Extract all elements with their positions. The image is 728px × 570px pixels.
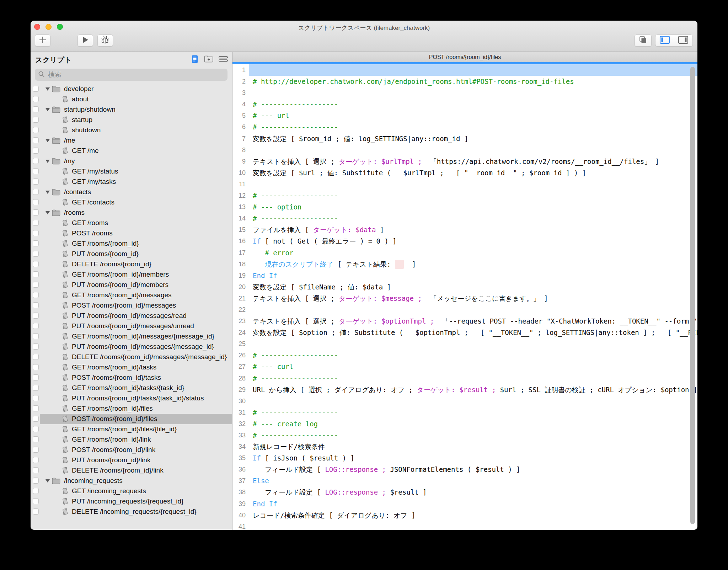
- checkbox[interactable]: [33, 374, 39, 380]
- disclosure-triangle-icon[interactable]: [46, 160, 50, 163]
- code-line[interactable]: [249, 179, 697, 190]
- checkbox[interactable]: [33, 251, 39, 257]
- code-line[interactable]: # --- create log: [249, 418, 697, 430]
- code-line[interactable]: 現在のスクリプト終了 [ テキスト結果: ]: [249, 259, 697, 270]
- checkbox[interactable]: [33, 323, 39, 329]
- code-line[interactable]: ファイルを挿入 [ ターゲット: $data ]: [249, 224, 697, 235]
- code-line[interactable]: 変数を設定 [ $url ; 値: Substitute ( $urlTmpl …: [249, 167, 697, 179]
- checkbox[interactable]: [33, 364, 39, 370]
- list-options-button[interactable]: [218, 55, 229, 65]
- tree-row-folder[interactable]: /rooms: [31, 208, 232, 218]
- checkbox[interactable]: [33, 168, 39, 174]
- tree-row-script[interactable]: GET /rooms/{room_id}/tasks/{task_id}: [31, 383, 232, 393]
- tree-row-script[interactable]: GET /rooms/{room_id}/tasks: [31, 362, 232, 373]
- code-line[interactable]: End If: [249, 270, 697, 281]
- scrollbar-thumb[interactable]: [690, 67, 695, 524]
- checkbox[interactable]: [33, 354, 39, 360]
- code-line[interactable]: 変数を設定 [ $option ; 値: Substitute ( $optio…: [249, 327, 697, 338]
- tree-row-script[interactable]: DELETE /incoming_requests/{request_id}: [31, 507, 232, 517]
- checkbox[interactable]: [33, 137, 39, 143]
- tree-row-script[interactable]: about: [31, 94, 232, 105]
- tree-row-folder[interactable]: startup/shutdown: [31, 105, 232, 115]
- code-line[interactable]: [249, 64, 697, 76]
- tree-row-script[interactable]: DELETE /rooms/{room_id}: [31, 259, 232, 270]
- tree-row-script[interactable]: GET /rooms/{room_id}/messages: [31, 290, 232, 300]
- tree-row-script[interactable]: POST /rooms/{room_id}/files: [31, 414, 232, 424]
- code-line[interactable]: # --- url: [249, 110, 697, 121]
- code-line[interactable]: # --- option: [249, 201, 697, 213]
- code-line[interactable]: # -------------------: [249, 350, 697, 361]
- disclosure-triangle-icon[interactable]: [46, 139, 50, 142]
- tree-row-folder[interactable]: /incoming_requests: [31, 476, 232, 486]
- tree-row-script[interactable]: GET /me: [31, 146, 232, 156]
- checkbox[interactable]: [33, 282, 39, 288]
- tree-row-script[interactable]: DELETE /rooms/{room_id}/link: [31, 465, 232, 476]
- search-field[interactable]: [35, 69, 228, 81]
- checkbox[interactable]: [33, 426, 39, 432]
- code-line[interactable]: フィールド設定 [ LOG::response ; JSONFormatElem…: [249, 464, 697, 475]
- tree-row-script[interactable]: GET /incoming_requests: [31, 486, 232, 496]
- tree-row-script[interactable]: GET /rooms/{room_id}/files/{file_id}: [31, 424, 232, 435]
- checkbox[interactable]: [33, 498, 39, 504]
- add-script-button[interactable]: [35, 34, 50, 47]
- code-line[interactable]: [249, 144, 697, 156]
- code-line[interactable]: If [ not ( Get ( 最終エラー ) = 0 ) ]: [249, 235, 697, 247]
- tree-row-script[interactable]: GET /rooms/{room_id}/link: [31, 435, 232, 445]
- tree-row-script[interactable]: PUT /rooms/{room_id}/link: [31, 455, 232, 465]
- checkbox[interactable]: [33, 199, 39, 205]
- search-input[interactable]: [47, 70, 224, 79]
- tree-row-script[interactable]: shutdown: [31, 125, 232, 135]
- disclosure-triangle-icon[interactable]: [46, 191, 50, 194]
- tree-row-script[interactable]: POST /rooms/{room_id}/tasks: [31, 373, 232, 383]
- toggle-right-panel-button[interactable]: [674, 35, 693, 46]
- checkbox[interactable]: [33, 467, 39, 473]
- code-line[interactable]: 新規レコード/検索条件: [249, 441, 697, 452]
- tree-row-script[interactable]: DELETE /rooms/{room_id}/messages/{messag…: [31, 352, 232, 362]
- checkbox[interactable]: [33, 405, 39, 411]
- debug-script-button[interactable]: [97, 34, 113, 47]
- checkbox[interactable]: [33, 117, 39, 123]
- checkbox[interactable]: [33, 106, 39, 112]
- disclosure-triangle-icon[interactable]: [46, 108, 50, 111]
- checkbox[interactable]: [33, 271, 39, 277]
- checkbox[interactable]: [33, 220, 39, 226]
- tree-row-folder[interactable]: /me: [31, 135, 232, 146]
- tree-row-script[interactable]: PUT /incoming_requests/{request_id}: [31, 496, 232, 507]
- tree-row-script[interactable]: PUT /rooms/{room_id}/messages/unread: [31, 321, 232, 331]
- code-line[interactable]: # -------------------: [249, 373, 697, 384]
- checkbox[interactable]: [33, 209, 39, 215]
- new-folder-button[interactable]: [203, 55, 214, 65]
- code-line[interactable]: # -------------------: [249, 213, 697, 224]
- editor-scrollbar[interactable]: [690, 66, 696, 526]
- checkbox[interactable]: [33, 86, 39, 92]
- checkbox[interactable]: [33, 447, 39, 453]
- checkbox[interactable]: [33, 333, 39, 339]
- code-line[interactable]: [249, 395, 697, 407]
- tree-row-script[interactable]: startup: [31, 115, 232, 125]
- code-line[interactable]: If [ isJson ( $result ) ]: [249, 452, 697, 464]
- tree-row-folder[interactable]: /contacts: [31, 187, 232, 197]
- checkbox[interactable]: [33, 488, 39, 494]
- tree-row-script[interactable]: PUT /rooms/{room_id}: [31, 249, 232, 259]
- tree-row-script[interactable]: POST /rooms: [31, 228, 232, 239]
- code-line[interactable]: テキストを挿入 [ 選択 ; ターゲット: $message ; 「メッセージを…: [249, 293, 697, 304]
- new-script-button[interactable]: [189, 55, 200, 65]
- code-line[interactable]: # -------------------: [249, 407, 697, 418]
- disclosure-triangle-icon[interactable]: [46, 479, 50, 483]
- code-line[interactable]: [249, 338, 697, 350]
- tree-row-script[interactable]: GET /my/tasks: [31, 177, 232, 187]
- code-line[interactable]: # -------------------: [249, 430, 697, 441]
- code-line[interactable]: 変数を設定 [ $fileName ; 値: $data ]: [249, 281, 697, 293]
- code-line[interactable]: # http://developer.chatwork.com/ja/endpo…: [249, 76, 697, 87]
- code-line[interactable]: # error: [249, 247, 697, 259]
- tree-row-script[interactable]: POST /rooms/{room_id}/link: [31, 445, 232, 455]
- code-line[interactable]: フィールド設定 [ LOG::response ; $result ]: [249, 486, 697, 498]
- code-line[interactable]: # -------------------: [249, 190, 697, 201]
- duplicate-button[interactable]: [635, 34, 652, 47]
- tree-row-script[interactable]: GET /rooms: [31, 218, 232, 228]
- tree-row-script[interactable]: GET /rooms/{room_id}: [31, 239, 232, 249]
- checkbox[interactable]: [33, 395, 39, 401]
- tree-row-script[interactable]: POST /rooms/{room_id}/messages: [31, 300, 232, 311]
- code-line[interactable]: # --- curl: [249, 361, 697, 372]
- run-script-button[interactable]: [77, 34, 93, 47]
